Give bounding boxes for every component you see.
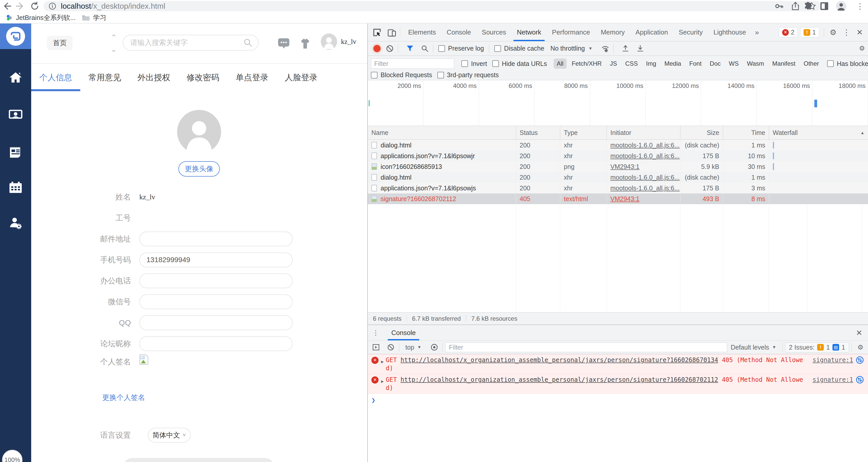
hide-data-urls-checkbox[interactable]: Hide data URLs <box>492 60 547 67</box>
log-levels-select[interactable]: Default levels ▼ <box>731 344 776 351</box>
filter-font[interactable]: Font <box>686 59 705 69</box>
qq-field[interactable] <box>139 315 293 330</box>
tab-sso-login[interactable]: 单点登录 <box>227 64 277 91</box>
devtools-tab-performance[interactable]: Performance <box>547 24 595 41</box>
chrome-menu-icon[interactable]: ⋮ <box>853 2 867 11</box>
col-status[interactable]: Status <box>516 126 560 140</box>
forum-nickname-field[interactable] <box>139 336 293 351</box>
filter-wasm[interactable]: Wasm <box>744 59 767 69</box>
console-error-message[interactable]: ✕ ▶ GET http://localhost/x_organization_… <box>368 354 868 374</box>
context-select[interactable]: top ▼ <box>405 344 422 351</box>
table-row[interactable]: applications.json?v=7.1&l6psowjs 200 xhr… <box>368 183 868 193</box>
clothes-icon[interactable] <box>299 37 311 49</box>
console-sidebar-icon[interactable] <box>370 342 381 353</box>
sidebar-calendar-icon[interactable] <box>8 180 23 194</box>
side-panel-icon[interactable] <box>819 1 829 11</box>
bookmark-folder-study[interactable]: 学习 <box>82 13 106 22</box>
expand-icon[interactable]: ▶ <box>381 377 384 386</box>
initiator-link[interactable]: mootools-1.6.0_all.js:6... <box>610 152 680 160</box>
record-network-icon[interactable] <box>373 45 380 52</box>
app-search-box[interactable] <box>123 35 259 51</box>
has-blocked-cookies-checkbox[interactable]: Has blocked cookies <box>827 60 868 67</box>
office-phone-field[interactable] <box>139 273 293 288</box>
change-signature-link[interactable]: 更换个人签名 <box>102 393 145 402</box>
initiator-link[interactable]: mootools-1.6.0_all.js:6... <box>610 142 680 149</box>
tab-scroll-chevrons[interactable]: ⌃ ⌄ <box>109 34 118 53</box>
address-bar[interactable]: localhost/x_desktop/index.html <box>43 1 821 11</box>
drawer-close-icon[interactable]: ✕ <box>853 328 865 337</box>
network-settings-icon[interactable]: ⚙ <box>856 44 868 52</box>
col-type[interactable]: Type <box>560 126 607 140</box>
issue-details-icon[interactable] <box>856 376 864 384</box>
col-initiator[interactable]: Initiator <box>607 126 680 140</box>
blocked-requests-checkbox[interactable]: Blocked Requests <box>371 71 432 79</box>
change-avatar-button[interactable]: 更换头像 <box>178 161 220 177</box>
network-overview-timeline[interactable]: 2000 ms 4000 ms 6000 ms 8000 ms 10000 ms… <box>368 80 868 126</box>
filter-ws[interactable]: WS <box>726 59 742 69</box>
chevron-down-icon[interactable]: ⌄ <box>111 45 117 53</box>
initiator-link[interactable]: mootools-1.6.0_all.js:6... <box>610 174 680 181</box>
devtools-tab-application[interactable]: Application <box>630 24 673 41</box>
disable-cache-checkbox[interactable]: Disable cache <box>494 45 544 52</box>
console-error-message[interactable]: ✕ ▶ GET http://localhost/x_organization_… <box>368 374 868 394</box>
search-icon[interactable] <box>243 37 253 48</box>
issue-details-icon[interactable] <box>856 356 864 364</box>
home-tab[interactable]: 首页 <box>47 36 72 50</box>
expand-icon[interactable]: ▶ <box>381 358 384 366</box>
device-toolbar-icon[interactable] <box>386 27 398 38</box>
tab-out-authorization[interactable]: 外出授权 <box>129 64 178 91</box>
tab-change-password[interactable]: 修改密码 <box>178 64 227 91</box>
network-conditions-icon[interactable] <box>600 43 611 54</box>
filter-fetch-xhr[interactable]: Fetch/XHR <box>569 59 605 69</box>
devtools-tab-network[interactable]: Network <box>512 24 547 41</box>
col-time[interactable]: Time <box>723 126 769 140</box>
network-filter-input[interactable] <box>371 59 454 69</box>
filter-js[interactable]: JS <box>607 59 620 69</box>
import-har-icon[interactable] <box>620 43 631 54</box>
email-field[interactable] <box>139 232 293 246</box>
tab-personal-info[interactable]: 个人信息 <box>31 64 80 91</box>
initiator-link[interactable]: mootools-1.6.0_all.js:6... <box>610 184 680 192</box>
language-select[interactable]: 简体中文 ˅ <box>148 428 191 442</box>
network-search-icon[interactable] <box>419 43 430 54</box>
console-settings-icon[interactable]: ⚙ <box>855 343 866 351</box>
drawer-tab-console[interactable]: Console <box>389 325 417 340</box>
clear-network-icon[interactable] <box>384 43 395 54</box>
filter-manifest[interactable]: Manifest <box>769 59 799 69</box>
table-row[interactable]: dialog.html 200 xhr mootools-1.6.0_all.j… <box>368 172 868 183</box>
filter-css[interactable]: CSS <box>622 59 641 69</box>
initiator-link[interactable]: VM2943:1 <box>610 195 640 203</box>
issue-count-badge[interactable]: ! 1 <box>800 27 819 37</box>
devtools-menu-icon[interactable]: ⋮ <box>840 28 854 37</box>
reload-icon[interactable] <box>30 1 40 11</box>
console-prompt[interactable]: ❯ <box>368 394 868 404</box>
table-row[interactable]: dialog.html 200 xhr mootools-1.6.0_all.j… <box>368 140 868 151</box>
chevron-up-icon[interactable]: ⌃ <box>111 34 117 41</box>
filter-doc[interactable]: Doc <box>707 59 724 69</box>
site-info-icon[interactable] <box>48 2 57 10</box>
devtools-tab-memory[interactable]: Memory <box>595 24 630 41</box>
sidebar-logo-tile[interactable] <box>0 24 31 49</box>
devtools-tab-console[interactable]: Console <box>441 24 476 41</box>
error-url-link[interactable]: http://localhost/x_organization_assemble… <box>401 376 718 383</box>
preserve-log-checkbox[interactable]: Preserve log <box>438 45 484 52</box>
tab-common-opinions[interactable]: 常用意见 <box>80 64 129 91</box>
invert-checkbox[interactable]: Invert <box>461 60 487 67</box>
col-name[interactable]: Name <box>368 126 516 140</box>
forward-icon[interactable] <box>16 1 26 11</box>
sidebar-news-icon[interactable] <box>8 144 23 159</box>
source-location-link[interactable]: signature:1 <box>812 376 853 384</box>
filter-img[interactable]: Img <box>643 59 659 69</box>
search-input[interactable] <box>130 39 243 47</box>
throttling-select[interactable]: No throttling ▼ <box>550 45 592 52</box>
export-har-icon[interactable] <box>634 43 646 54</box>
filter-other[interactable]: Other <box>801 59 822 69</box>
profile-avatar[interactable] <box>836 1 846 11</box>
more-tabs-icon[interactable]: » <box>751 28 763 36</box>
share-icon[interactable] <box>791 2 800 11</box>
inspect-element-icon[interactable] <box>371 27 383 38</box>
col-size[interactable]: Size <box>680 126 723 140</box>
mobile-field[interactable] <box>139 252 293 267</box>
header-avatar[interactable] <box>320 33 337 50</box>
message-icon[interactable] <box>278 37 290 49</box>
